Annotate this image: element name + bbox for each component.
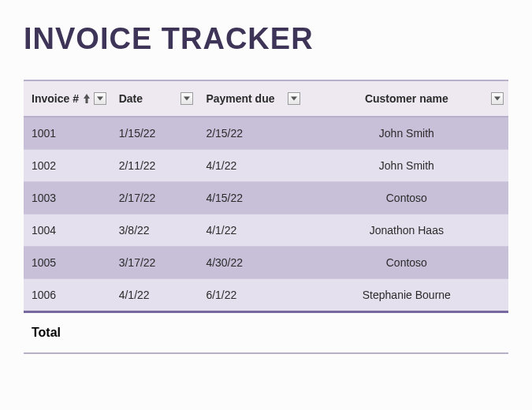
table-row: 10043/8/224/1/22Jonathon Haas <box>24 214 508 247</box>
cell-date: 3/8/22 <box>111 214 199 247</box>
cell-payment_due: 4/30/22 <box>198 247 304 279</box>
filter-customer[interactable] <box>491 92 504 105</box>
table-row: 10011/15/222/15/22John Smith <box>24 117 508 150</box>
cell-payment_due: 4/1/22 <box>198 214 304 247</box>
svg-marker-1 <box>97 97 103 101</box>
cell-date: 2/11/22 <box>111 150 199 182</box>
total-date <box>111 312 199 354</box>
filter-payment-due[interactable] <box>288 92 300 105</box>
cell-payment_due: 4/15/22 <box>198 182 304 214</box>
cell-customer: Contoso <box>305 247 508 279</box>
cell-invoice: 1002 <box>24 150 111 182</box>
table-header-row: Invoice # Date Payment due <box>24 80 508 117</box>
filter-invoice[interactable] <box>94 92 106 105</box>
table-row: 10053/17/224/30/22Contoso <box>24 247 508 279</box>
svg-marker-0 <box>84 94 90 103</box>
table-row: 10032/17/224/15/22Contoso <box>24 182 508 214</box>
cell-customer: John Smith <box>305 150 508 182</box>
cell-invoice: 1005 <box>24 247 111 279</box>
total-row: Total <box>24 312 508 354</box>
svg-marker-2 <box>184 97 190 101</box>
cell-payment_due: 2/15/22 <box>198 117 304 150</box>
cell-customer: Stephanie Bourne <box>305 279 508 312</box>
page-title: INVOICE TRACKER <box>24 22 508 56</box>
cell-date: 2/17/22 <box>111 182 199 214</box>
col-invoice-label: Invoice # <box>32 92 79 105</box>
cell-date: 1/15/22 <box>111 117 199 150</box>
col-payment-due-label: Payment due <box>206 92 274 105</box>
col-date: Date <box>111 80 199 117</box>
total-customer <box>305 312 508 354</box>
table-body: 10011/15/222/15/22John Smith10022/11/224… <box>24 117 508 312</box>
col-customer-label: Customer name <box>365 92 448 105</box>
col-payment-due: Payment due <box>198 80 304 117</box>
invoice-table: Invoice # Date Payment due <box>24 80 508 354</box>
col-invoice: Invoice # <box>24 80 111 117</box>
cell-invoice: 1003 <box>24 182 111 214</box>
sort-asc-icon <box>83 93 91 104</box>
cell-customer: John Smith <box>305 117 508 150</box>
cell-payment_due: 6/1/22 <box>198 279 304 312</box>
cell-date: 3/17/22 <box>111 247 199 279</box>
table-row: 10022/11/224/1/22John Smith <box>24 150 508 182</box>
cell-date: 4/1/22 <box>111 279 199 312</box>
col-date-label: Date <box>119 92 143 105</box>
svg-marker-3 <box>291 97 297 101</box>
cell-invoice: 1006 <box>24 279 111 312</box>
total-payment-due <box>198 312 304 354</box>
total-label: Total <box>24 312 111 354</box>
filter-date[interactable] <box>180 92 193 105</box>
cell-payment_due: 4/1/22 <box>198 150 304 182</box>
cell-customer: Contoso <box>305 182 508 214</box>
cell-invoice: 1004 <box>24 214 111 247</box>
cell-customer: Jonathon Haas <box>305 214 508 247</box>
table-row: 10064/1/226/1/22Stephanie Bourne <box>24 279 508 312</box>
cell-invoice: 1001 <box>24 117 111 150</box>
svg-marker-4 <box>494 97 500 101</box>
col-customer: Customer name <box>305 80 508 117</box>
